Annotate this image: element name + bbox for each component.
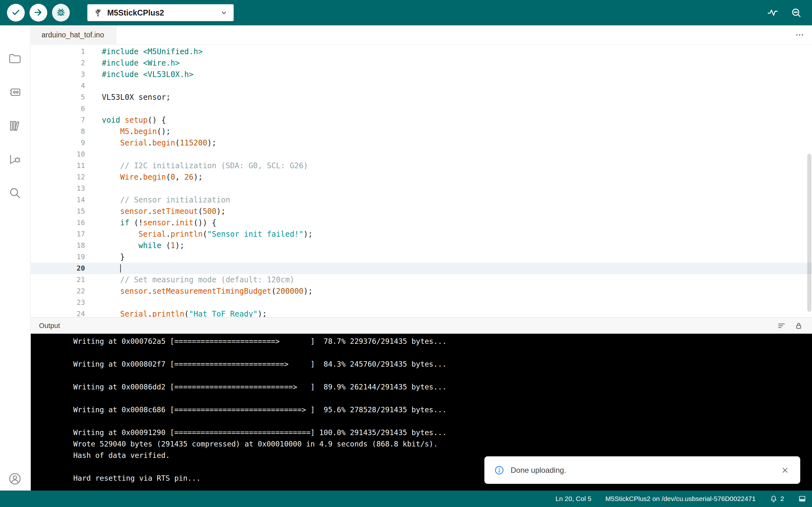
serial-monitor-button[interactable] — [789, 6, 803, 20]
code-line: 19 } — [31, 251, 812, 263]
sidebar-item-debug[interactable] — [8, 152, 22, 167]
notifications[interactable]: 2 — [769, 495, 784, 503]
line-number: 1 — [31, 46, 85, 57]
line-number: 7 — [31, 114, 85, 126]
code-line: 8 M5.begin(); — [31, 126, 812, 137]
code-line: 22 sensor.setMeasurementTimingBudget(200… — [31, 285, 812, 297]
code-line: 4 — [31, 80, 812, 92]
sidebar-item-boards-manager[interactable] — [8, 85, 22, 100]
code-line: 24 Serial.println("Hat ToF Ready"); — [31, 308, 812, 317]
debug-button[interactable] — [52, 4, 70, 21]
code-line: 21 // Set measuring mode (default: 120cm… — [31, 274, 812, 285]
toast-close-button[interactable] — [780, 465, 791, 475]
code-line: 16 if (!sensor.init()) { — [31, 217, 812, 228]
line-number: 3 — [31, 69, 85, 80]
terminal-line — [73, 393, 812, 404]
activity-sidebar — [0, 25, 31, 491]
usb-icon — [93, 8, 103, 17]
line-number: 9 — [31, 137, 85, 149]
board-selector[interactable]: M5StickCPlus2 — [87, 4, 234, 21]
code-line: 11 // I2C initialization (SDA: G0, SCL: … — [31, 160, 812, 171]
line-number: 2 — [31, 57, 85, 69]
library-books-icon — [8, 119, 22, 133]
line-number: 5 — [31, 92, 85, 103]
upload-button[interactable] — [30, 4, 47, 21]
line-number: 19 — [31, 251, 85, 263]
code-line: 2#include <Wire.h> — [31, 57, 812, 69]
output-panel-title: Output — [39, 322, 60, 330]
bell-icon — [769, 495, 778, 503]
line-number: 18 — [31, 240, 85, 251]
code-line: 6 — [31, 103, 812, 114]
serial-plotter-button[interactable] — [766, 6, 780, 20]
board-port-status[interactable]: M5StickCPlus2 on /dev/cu.usbserial-576D0… — [605, 495, 756, 503]
code-line: 13 — [31, 183, 812, 194]
line-number: 14 — [31, 194, 85, 206]
ellipsis-icon — [795, 30, 804, 40]
debug-bug-icon — [8, 153, 22, 166]
arduino-ide-window: M5StickCPlus2 — [0, 0, 812, 507]
code-line: 14 // Sensor initialization — [31, 194, 812, 206]
close-icon — [781, 466, 789, 474]
terminal-line: Writing at 0x00086dd2 [=================… — [73, 381, 812, 393]
line-number: 6 — [31, 103, 85, 114]
tab-arduino-hat-tof-ino[interactable]: arduino_hat_tof.ino — [31, 25, 116, 44]
editor-tabbar: arduino_hat_tof.ino — [31, 25, 812, 45]
toast-done-uploading: Done uploading. — [484, 456, 800, 484]
line-number: 10 — [31, 149, 85, 160]
line-number: 16 — [31, 217, 85, 228]
line-number: 8 — [31, 126, 85, 137]
code-line: 20 — [31, 263, 812, 274]
line-number: 17 — [31, 228, 85, 240]
terminal-line: Writing at 0x00091290 [=================… — [73, 427, 812, 438]
terminal-line — [73, 415, 812, 427]
bug-icon — [56, 7, 66, 18]
line-number: 11 — [31, 160, 85, 171]
terminal-line: Wrote 529040 bytes (291435 compressed) a… — [73, 438, 812, 450]
chevron-down-icon — [220, 9, 228, 16]
code-editor[interactable]: 1#include <M5Unified.h>2#include <Wire.h… — [31, 45, 812, 317]
editor-more-button[interactable] — [793, 25, 806, 44]
main-area: arduino_hat_tof.ino 1#include <M5Unified… — [31, 25, 812, 491]
code-line: 7void setup() { — [31, 114, 812, 126]
statusbar: Ln 20, Col 5 M5StickCPlus2 on /dev/cu.us… — [0, 491, 812, 507]
code-line: 12 Wire.begin(0, 26); — [31, 171, 812, 183]
output-panel-header: Output — [31, 317, 812, 334]
line-number: 12 — [31, 171, 85, 183]
code-line: 5VL53L0X sensor; — [31, 92, 812, 103]
sidebar-item-sketchbook[interactable] — [8, 51, 22, 66]
clear-output-icon — [777, 321, 786, 330]
line-number: 22 — [31, 285, 85, 297]
editor-scrollbar[interactable] — [807, 154, 811, 312]
line-number: 20 — [31, 263, 85, 274]
cursor-position[interactable]: Ln 20, Col 5 — [555, 495, 591, 503]
verify-button[interactable] — [7, 4, 25, 21]
panel-layout-icon — [798, 495, 806, 503]
code-line: 3#include <VL53L0X.h> — [31, 69, 812, 80]
folder-icon — [8, 52, 22, 66]
board-selector-label: M5StickCPlus2 — [107, 8, 216, 17]
tab-label: arduino_hat_tof.ino — [42, 31, 104, 39]
sidebar-item-library-manager[interactable] — [8, 118, 22, 133]
text-cursor — [120, 264, 121, 273]
toast-message: Done uploading. — [511, 466, 566, 475]
person-icon — [8, 472, 22, 486]
line-number: 23 — [31, 297, 85, 308]
sidebar-item-search[interactable] — [8, 186, 22, 200]
toggle-panel-button[interactable] — [798, 495, 806, 503]
account-button[interactable] — [8, 471, 22, 486]
line-number: 15 — [31, 206, 85, 217]
line-number: 24 — [31, 308, 85, 317]
waveform-icon — [767, 7, 778, 18]
code-area: 1#include <M5Unified.h>2#include <Wire.h… — [31, 45, 812, 317]
clear-output-button[interactable] — [776, 321, 786, 331]
terminal-line: Writing at 0x0008c686 [=================… — [73, 404, 812, 415]
board-chip-icon — [8, 85, 22, 99]
line-number: 4 — [31, 80, 85, 92]
code-line: 17 Serial.println("Sensor init failed!")… — [31, 228, 812, 240]
toolbar: M5StickCPlus2 — [0, 0, 812, 25]
search-icon — [8, 186, 22, 200]
scroll-lock-button[interactable] — [794, 321, 804, 331]
notification-count: 2 — [780, 495, 784, 503]
terminal-line: Writing at 0x000802f7 [=================… — [73, 358, 812, 370]
